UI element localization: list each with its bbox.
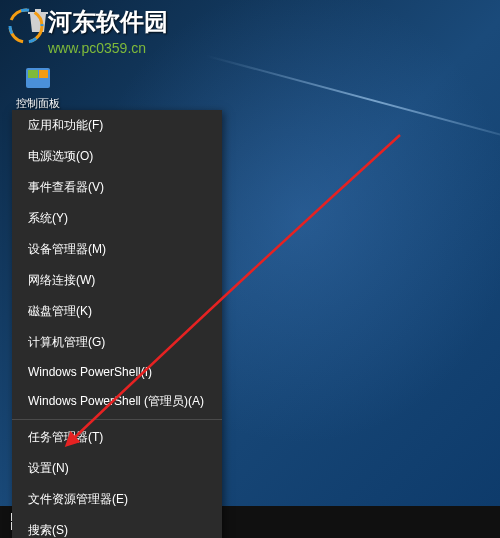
menu-event-viewer[interactable]: 事件查看器(V) bbox=[12, 172, 222, 203]
control-panel-label: 控制面板 bbox=[14, 96, 62, 111]
menu-powershell-admin[interactable]: Windows PowerShell (管理员)(A) bbox=[12, 386, 222, 417]
svg-point-0 bbox=[10, 10, 42, 42]
menu-powershell[interactable]: Windows PowerShell(I) bbox=[12, 358, 222, 386]
menu-system[interactable]: 系统(Y) bbox=[12, 203, 222, 234]
menu-computer-management[interactable]: 计算机管理(G) bbox=[12, 327, 222, 358]
control-panel-icon[interactable]: 控制面板 bbox=[14, 62, 62, 111]
menu-apps-features[interactable]: 应用和功能(F) bbox=[12, 110, 222, 141]
watermark-title: 河东软件园 bbox=[48, 6, 168, 38]
settings-icon bbox=[22, 62, 54, 94]
winx-context-menu: 应用和功能(F) 电源选项(O) 事件查看器(V) 系统(Y) 设备管理器(M)… bbox=[12, 110, 222, 538]
menu-settings[interactable]: 设置(N) bbox=[12, 453, 222, 484]
watermark: 河东软件园 www.pc0359.cn bbox=[48, 6, 168, 56]
menu-file-explorer[interactable]: 文件资源管理器(E) bbox=[12, 484, 222, 515]
menu-separator bbox=[12, 419, 222, 420]
menu-power-options[interactable]: 电源选项(O) bbox=[12, 141, 222, 172]
watermark-logo bbox=[8, 8, 44, 44]
watermark-url: www.pc0359.cn bbox=[48, 40, 168, 56]
menu-search[interactable]: 搜索(S) bbox=[12, 515, 222, 538]
menu-task-manager[interactable]: 任务管理器(T) bbox=[12, 422, 222, 453]
menu-network-connections[interactable]: 网络连接(W) bbox=[12, 265, 222, 296]
svg-rect-3 bbox=[28, 70, 38, 78]
svg-rect-4 bbox=[39, 70, 48, 78]
menu-disk-management[interactable]: 磁盘管理(K) bbox=[12, 296, 222, 327]
menu-device-manager[interactable]: 设备管理器(M) bbox=[12, 234, 222, 265]
